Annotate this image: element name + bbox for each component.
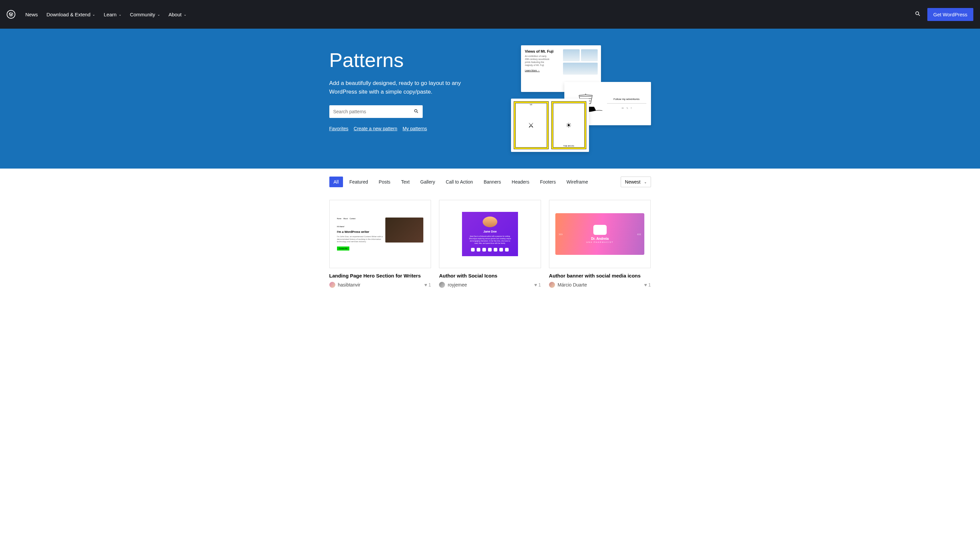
social-icons: ✉𝕏f — [607, 107, 646, 109]
pattern-title[interactable]: Landing Page Hero Section for Writers — [329, 273, 431, 279]
pattern-title[interactable]: Author with Social Icons — [439, 273, 541, 279]
svg-line-1 — [918, 14, 920, 16]
pattern-card: HomeAboutContact Hi there! I'm a WordPre… — [329, 200, 431, 288]
header-right: Get WordPress — [915, 8, 973, 21]
nav-news[interactable]: News — [25, 12, 38, 17]
primary-nav: News Download & Extend⌄ Learn⌄ Community… — [25, 12, 915, 17]
chevron-down-icon: ⌄ — [644, 180, 647, 184]
pattern-card: Jane Doe Jane Doe is a fictional author … — [439, 200, 541, 288]
svg-point-0 — [916, 12, 919, 15]
heart-icon: ♥ — [644, 282, 647, 287]
filter-bar: All Featured Posts Text Gallery Call to … — [329, 176, 651, 187]
heart-icon: ♥ — [535, 282, 537, 287]
avatar[interactable] — [549, 282, 555, 288]
nav-community[interactable]: Community⌄ — [130, 12, 160, 17]
pattern-preview[interactable]: ››› Dr. Andreia UNA PHARMACIST ‹‹‹ — [549, 200, 651, 268]
pattern-card: ››› Dr. Andreia UNA PHARMACIST ‹‹‹ Autho… — [549, 200, 651, 288]
author-link[interactable]: hasibtanvir — [338, 282, 422, 287]
search-box[interactable] — [329, 105, 423, 118]
tab-all[interactable]: All — [329, 176, 343, 187]
hero-graphic: Views of Mt. Fuji An exhibition of early… — [511, 45, 651, 152]
tab-banners[interactable]: Banners — [479, 176, 505, 187]
chevron-down-icon: ⌄ — [184, 13, 186, 16]
nav-about[interactable]: About⌄ — [169, 12, 186, 17]
tab-gallery[interactable]: Gallery — [416, 176, 439, 187]
tab-wireframe[interactable]: Wireframe — [562, 176, 592, 187]
link-favorites[interactable]: Favorites — [329, 126, 348, 131]
like-button[interactable]: ♥1 — [535, 282, 541, 287]
hero-card-tarot: ⚔VII ☀THE MOON — [511, 98, 589, 152]
category-tabs: All Featured Posts Text Gallery Call to … — [329, 176, 620, 187]
tab-footers[interactable]: Footers — [536, 176, 560, 187]
content-section: All Featured Posts Text Gallery Call to … — [329, 168, 651, 296]
pattern-preview[interactable]: Jane Doe Jane Doe is a fictional author … — [439, 200, 541, 268]
sort-dropdown[interactable]: Newest ⌄ — [620, 176, 651, 187]
page-title: Patterns — [329, 49, 498, 71]
avatar[interactable] — [439, 282, 445, 288]
chevron-down-icon: ⌄ — [92, 13, 95, 16]
link-my-patterns[interactable]: My patterns — [402, 126, 427, 131]
author-link[interactable]: royjemee — [448, 282, 532, 287]
link-create-pattern[interactable]: Create a new pattern — [354, 126, 397, 131]
like-button[interactable]: ♥1 — [424, 282, 431, 287]
author-link[interactable]: Márcio Duarte — [558, 282, 642, 287]
svg-point-2 — [414, 109, 417, 112]
pattern-preview[interactable]: HomeAboutContact Hi there! I'm a WordPre… — [329, 200, 431, 268]
chevron-down-icon: ⌄ — [158, 13, 160, 16]
svg-line-3 — [417, 112, 418, 113]
tab-text[interactable]: Text — [397, 176, 414, 187]
hero-description: Add a beautifully designed, ready to go … — [329, 79, 483, 96]
get-wordpress-button[interactable]: Get WordPress — [928, 8, 973, 21]
hero-section: Patterns Add a beautifully designed, rea… — [0, 29, 980, 168]
search-input[interactable] — [333, 109, 414, 114]
avatar[interactable] — [329, 282, 335, 288]
main-header: News Download & Extend⌄ Learn⌄ Community… — [0, 0, 980, 29]
tab-featured[interactable]: Featured — [345, 176, 372, 187]
search-icon[interactable] — [414, 109, 418, 115]
tab-headers[interactable]: Headers — [508, 176, 534, 187]
nav-learn[interactable]: Learn⌄ — [103, 12, 121, 17]
search-icon[interactable] — [915, 11, 921, 18]
heart-icon: ♥ — [424, 282, 427, 287]
hero-links: Favorites Create a new pattern My patter… — [329, 126, 498, 131]
pattern-grid: HomeAboutContact Hi there! I'm a WordPre… — [329, 200, 651, 288]
tab-cta[interactable]: Call to Action — [441, 176, 477, 187]
tab-posts[interactable]: Posts — [374, 176, 395, 187]
pattern-title[interactable]: Author banner with social media icons — [549, 273, 651, 279]
like-button[interactable]: ♥1 — [644, 282, 651, 287]
wordpress-logo[interactable] — [7, 10, 15, 19]
chevron-down-icon: ⌄ — [119, 13, 121, 16]
nav-download[interactable]: Download & Extend⌄ — [47, 12, 95, 17]
